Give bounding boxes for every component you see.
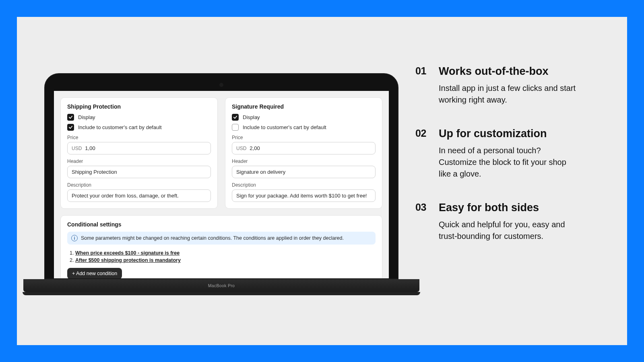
signature-include-checkbox-row[interactable]: Include to customer's cart by default (232, 124, 376, 131)
shipping-price-label: Price (67, 135, 211, 140)
shipping-description-label: Description (67, 182, 211, 188)
feature-2-number: 02 (415, 128, 431, 139)
shipping-header-input[interactable]: Shipping Protection (67, 166, 211, 178)
signature-price-value: 2,00 (250, 145, 260, 151)
shipping-include-checkbox-row[interactable]: Include to customer's cart by default (67, 124, 211, 131)
signature-header-value: Signature on delivery (236, 169, 285, 175)
feature-2-body: In need of a personal touch? Customize t… (439, 145, 576, 180)
signature-header-input[interactable]: Signature on delivery (232, 166, 376, 178)
shipping-header-value: Shipping Protection (72, 169, 117, 175)
signature-price-input[interactable]: USD 2,00 (232, 142, 376, 154)
feature-1: 01 Works out-of-the-box Install app in j… (415, 65, 576, 106)
shipping-protection-card: Shipping Protection Display Include t (60, 97, 218, 209)
signature-description-input[interactable]: Sign for your package. Add items worth $… (232, 189, 376, 202)
feature-1-title: Works out-of-the-box (439, 65, 576, 78)
feature-3-body: Quick and helpful for you, easy and trus… (439, 219, 576, 242)
info-banner: i Some parameters might be changed on re… (67, 232, 376, 245)
shipping-price-value: 1,00 (85, 145, 95, 151)
currency-prefix: USD (72, 146, 82, 151)
conditions-list: When price exceeds $100 - signature is f… (75, 250, 376, 263)
conditional-settings-card: Conditional settings i Some parameters m… (60, 215, 382, 278)
signature-card-title: Signature Required (232, 103, 376, 110)
feature-1-body: Install app in just a few clicks and sta… (439, 82, 576, 106)
laptop-bezel: Shipping Protection Display Include t (44, 73, 398, 279)
shipping-header-label: Header (67, 158, 211, 164)
page-frame: Shipping Protection Display Include t (17, 17, 627, 345)
checkbox-checked-icon (67, 114, 74, 121)
laptop-base: MacBook Pro (23, 279, 419, 292)
shipping-description-value: Protect your order from loss, damage, or… (72, 193, 179, 199)
feature-3-title: Easy for both sides (439, 202, 576, 214)
shipping-card-title: Shipping Protection (67, 103, 211, 110)
signature-price-label: Price (232, 135, 376, 140)
signature-description-value: Sign for your package. Add items worth $… (236, 193, 367, 199)
add-condition-button[interactable]: + Add new condition (67, 268, 122, 278)
feature-3-number: 03 (415, 202, 431, 213)
laptop-foot (23, 292, 420, 295)
info-icon: i (71, 235, 78, 241)
shipping-include-label: Include to customer's cart by default (78, 124, 162, 130)
condition-link-2[interactable]: After $500 shipping protection is mandat… (75, 257, 181, 263)
settings-cards-row: Shipping Protection Display Include t (60, 97, 382, 209)
checkbox-checked-icon (232, 114, 239, 121)
conditional-title: Conditional settings (67, 221, 376, 228)
feature-1-number: 01 (415, 65, 431, 77)
condition-link-1[interactable]: When price exceeds $100 - signature is f… (75, 250, 180, 256)
condition-item-1: When price exceeds $100 - signature is f… (75, 250, 376, 256)
shipping-price-input[interactable]: USD 1,00 (67, 142, 211, 154)
feature-2-title: Up for customization (439, 128, 576, 140)
signature-display-label: Display (243, 114, 260, 120)
signature-display-checkbox-row[interactable]: Display (232, 114, 376, 121)
checkbox-checked-icon (67, 124, 74, 131)
signature-header-label: Header (232, 158, 376, 164)
feature-2: 02 Up for customization In need of a per… (415, 128, 576, 180)
laptop-mockup: Shipping Protection Display Include t (44, 73, 398, 295)
info-text: Some parameters might be changed on reac… (81, 235, 344, 241)
currency-prefix: USD (236, 146, 246, 151)
signature-required-card: Signature Required Display Include to cu… (225, 97, 382, 209)
feature-3: 03 Easy for both sides Quick and helpful… (415, 202, 576, 242)
checkbox-unchecked-icon (232, 124, 239, 131)
camera-notch (219, 83, 223, 87)
features-column: 01 Works out-of-the-box Install app in j… (415, 65, 576, 242)
condition-item-2: After $500 shipping protection is mandat… (75, 257, 376, 263)
app-screen: Shipping Protection Display Include t (54, 91, 389, 278)
shipping-description-input[interactable]: Protect your order from loss, damage, or… (67, 189, 211, 202)
laptop-model-label: MacBook Pro (208, 283, 235, 288)
signature-include-label: Include to customer's cart by default (243, 124, 326, 130)
shipping-display-label: Display (78, 114, 95, 120)
signature-description-label: Description (232, 182, 376, 188)
shipping-display-checkbox-row[interactable]: Display (67, 114, 211, 121)
